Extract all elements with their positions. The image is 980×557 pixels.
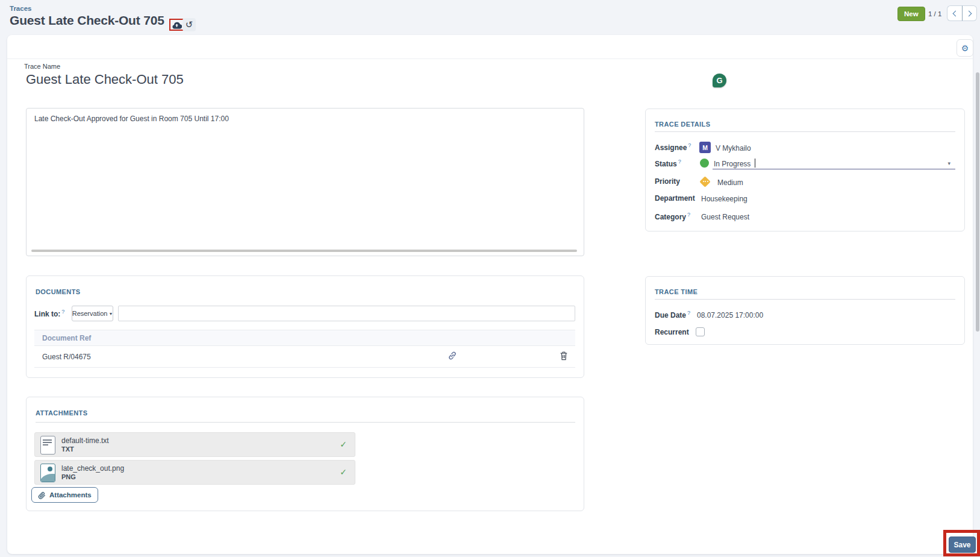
trace-time-divider [655,299,955,300]
delete-trash-icon[interactable] [559,350,569,361]
caret-down-icon[interactable]: ▾ [947,160,950,166]
priority-label: Priority [655,177,680,186]
status-color-dot [700,159,709,168]
status-combobox-input[interactable]: In Progress ▾ [713,156,955,169]
uploaded-check-icon: ✓ [340,467,347,477]
attachment-filename: late_check_out.png [61,464,124,473]
help-icon: ? [688,142,691,148]
chevron-right-icon [966,10,972,16]
link-to-label: Link to:? [34,309,64,318]
attachment-card-txt[interactable]: default-time.txt TXT ✓ [34,432,355,457]
pager-previous-button[interactable] [947,5,962,21]
add-attachments-button-label: Attachments [49,491,92,499]
highlight-box-save-button: Save [943,530,980,556]
open-link-icon[interactable] [447,350,458,361]
chevron-left-icon [953,10,959,16]
traces-form-screen: Traces Guest Late Check-Out 705 ↺ New 1 … [0,0,980,557]
help-icon: ? [687,310,690,316]
due-date-label-text: Due Date [655,311,686,319]
documents-table-header-label[interactable]: Document Ref [42,334,91,342]
trace-name-input[interactable]: Guest Late Check-Out 705 [26,72,184,87]
link-to-label-text: Link to: [34,310,60,318]
recurrent-label: Recurrent [655,328,689,336]
help-icon: ? [61,309,64,315]
link-type-selected-value: Reservation [72,310,108,317]
description-horizontal-scrollbar[interactable] [31,250,577,252]
assignee-label: Assignee? [655,142,691,152]
paperclip-icon [38,491,46,499]
attachment-filetype-badge: PNG [61,473,76,480]
recurrent-checkbox[interactable] [696,327,705,336]
attachments-divider [36,422,575,423]
due-date-value[interactable]: 08.07.2025 17:00:00 [697,311,763,319]
caret-down-icon: ▼ [108,312,113,316]
page-title: Guest Late Check-Out 705 [10,13,164,28]
pager-next-button[interactable] [962,5,977,21]
status-value: In Progress [714,160,751,168]
link-type-select[interactable]: Reservation ▼ [72,306,113,321]
breadcrumb[interactable]: Traces [10,5,31,12]
discard-undo-icon[interactable]: ↺ [183,18,196,31]
description-textarea[interactable] [26,108,584,256]
attachment-filetype-badge: TXT [61,445,74,453]
gear-icon: ⚙ [961,43,969,53]
settings-gear-button[interactable]: ⚙ [957,39,973,57]
trace-time-section [645,276,965,345]
new-button[interactable]: New [897,7,925,21]
save-button[interactable]: Save [949,537,976,553]
department-value[interactable]: Housekeeping [701,195,747,203]
document-table-row[interactable] [34,346,575,368]
due-date-label: Due Date? [655,310,690,319]
attachments-section-title: ATTACHMENTS [36,409,87,417]
document-ref-cell[interactable]: Guest R/04675 [42,353,91,361]
form-toolbar [7,35,973,59]
help-icon: ? [687,212,690,218]
assignee-value[interactable]: V Mykhailo [716,144,751,153]
status-label-text: Status [655,160,677,168]
attachment-filename: default-time.txt [61,436,109,445]
description-text: Late Check-Out Approved for Guest in Roo… [34,114,570,124]
documents-section-title: DOCUMENTS [36,288,81,295]
uploaded-check-icon: ✓ [340,439,347,449]
page-scrollbar-thumb[interactable] [976,72,979,332]
trace-details-section-title: TRACE DETAILS [655,121,710,128]
trace-details-divider [655,131,955,132]
status-label: Status? [655,159,681,168]
image-file-icon [40,464,55,482]
cloud-save-icon[interactable] [172,21,182,29]
assignee-avatar[interactable]: M [699,142,711,153]
category-label: Category? [655,212,690,221]
grammarly-icon[interactable]: G [713,74,726,87]
text-cursor [755,159,755,168]
text-file-icon [40,436,55,455]
documents-table-header-row [34,330,575,346]
trace-name-label: Trace Name [24,63,60,70]
pager [947,5,977,21]
document-search-input[interactable] [118,306,575,321]
category-value[interactable]: Guest Request [701,213,749,221]
pager-value: 1 / 1 [928,10,941,17]
department-label: Department [655,194,695,203]
attachment-card-png[interactable]: late_check_out.png PNG ✓ [34,460,355,485]
priority-value[interactable]: Medium [717,178,743,187]
priority-diamond-dots [702,181,709,182]
help-icon: ? [678,159,681,165]
trace-time-section-title: TRACE TIME [655,288,698,295]
assignee-label-text: Assignee [655,143,687,152]
category-label-text: Category [655,213,686,221]
add-attachments-button[interactable]: Attachments [31,487,98,503]
